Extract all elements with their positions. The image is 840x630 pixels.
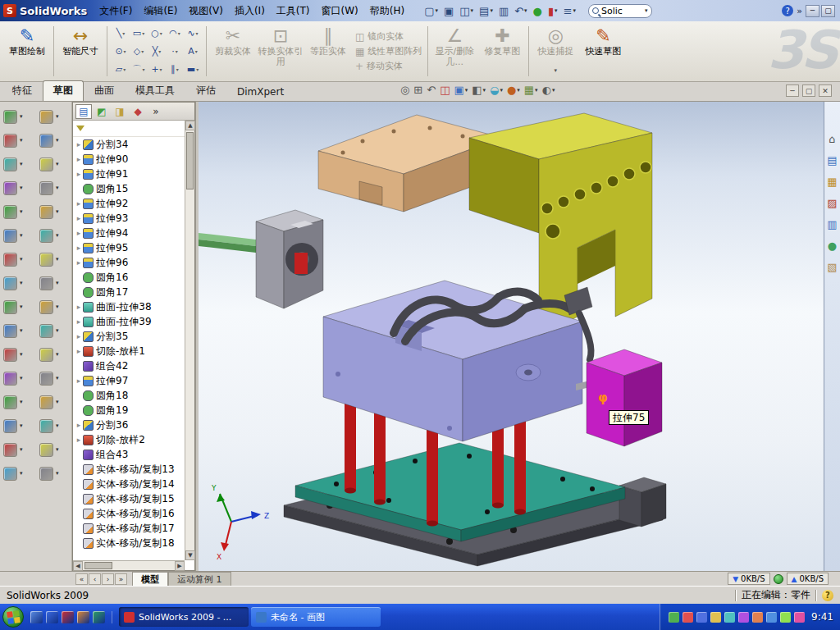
- left-tool-5-button[interactable]: ▾: [3, 156, 39, 172]
- dropdown-arrow-icon[interactable]: ▾: [20, 113, 23, 120]
- polygon-tool-button[interactable]: ◇▾: [130, 43, 148, 61]
- dropdown-arrow-icon[interactable]: ▾: [56, 208, 59, 215]
- dropdown-arrow-icon[interactable]: ▾: [56, 327, 59, 334]
- construction-tool-button[interactable]: +▾: [148, 61, 166, 79]
- undo-button[interactable]: ↶▾: [512, 3, 529, 19]
- tree-item[interactable]: ▸切除-放样2: [73, 432, 185, 447]
- edit-appearance-button[interactable]: ●▾: [507, 84, 520, 96]
- expand-arrow-icon[interactable]: ▸: [75, 199, 83, 208]
- move-entities-button[interactable]: +移动实体: [355, 60, 422, 72]
- internet-explorer-icon[interactable]: [46, 611, 58, 623]
- left-tool-4-button[interactable]: ▾: [39, 132, 75, 148]
- left-tool-27-button[interactable]: ▾: [3, 418, 39, 434]
- left-tool-6-button[interactable]: ▾: [39, 156, 75, 172]
- configurationmanager-tab[interactable]: ◨: [112, 104, 128, 119]
- menu-帮助(H)[interactable]: 帮助(H): [364, 2, 410, 21]
- tree-item[interactable]: 圆角19: [73, 403, 185, 418]
- menu-工具(T)[interactable]: 工具(T): [271, 2, 316, 21]
- scroll-left-icon[interactable]: ◀: [73, 561, 83, 571]
- left-tool-24-button[interactable]: ▾: [39, 370, 75, 386]
- left-tool-21-button[interactable]: ▾: [3, 346, 39, 363]
- left-tool-3-button[interactable]: ▾: [3, 132, 39, 148]
- dropdown-arrow-icon[interactable]: ▾: [56, 422, 59, 429]
- last-tab-button[interactable]: »: [115, 573, 127, 585]
- tree-vertical-scrollbar[interactable]: ▲ ▼: [185, 121, 194, 560]
- media-player-icon[interactable]: [77, 611, 89, 623]
- dropdown-arrow-icon[interactable]: ▾: [56, 256, 59, 262]
- model-robot-arm[interactable]: [199, 233, 256, 253]
- dropdown-arrow-icon[interactable]: ▾: [20, 256, 23, 262]
- dropdown-arrow-icon[interactable]: ▾: [535, 87, 538, 94]
- dropdown-arrow-icon[interactable]: ▾: [196, 30, 199, 36]
- expand-arrow-icon[interactable]: ▸: [75, 155, 83, 163]
- minimize-window-button[interactable]: ─: [806, 5, 819, 17]
- show-desktop-icon[interactable]: [30, 611, 43, 623]
- tree-item[interactable]: 圆角15: [73, 181, 185, 196]
- search-pane-button[interactable]: ▥: [827, 218, 837, 231]
- dropdown-arrow-icon[interactable]: ▾: [20, 327, 23, 334]
- dropdown-arrow-icon[interactable]: ▾: [56, 137, 59, 144]
- dropdown-arrow-icon[interactable]: ▾: [20, 280, 23, 286]
- design-library-button[interactable]: ▦: [827, 176, 837, 188]
- dimxpertmanager-tab[interactable]: ◆: [130, 104, 146, 119]
- dropdown-arrow-icon[interactable]: ▾: [435, 7, 438, 14]
- dropdown-arrow-icon[interactable]: ▾: [471, 7, 474, 14]
- display-style-button[interactable]: ◧▾: [472, 84, 486, 96]
- rectangle-tool-button[interactable]: ▭▾: [130, 25, 148, 43]
- tree-item[interactable]: ▸拉伸96: [73, 255, 185, 270]
- tree-item[interactable]: ▸拉伸90: [73, 152, 185, 167]
- dropdown-arrow-icon[interactable]: ▾: [483, 87, 486, 94]
- tree-item[interactable]: 实体-移动/复制18: [73, 536, 185, 550]
- left-tool-13-button[interactable]: ▾: [3, 251, 39, 267]
- left-tool-20-button[interactable]: ▾: [39, 322, 75, 339]
- expand-arrow-icon[interactable]: ▸: [75, 421, 83, 429]
- appearances-button[interactable]: ▧: [827, 261, 837, 273]
- dropdown-arrow-icon[interactable]: ▾: [141, 48, 144, 54]
- left-tool-18-button[interactable]: ▾: [39, 299, 75, 315]
- display-delete-relations-button[interactable]: ∠显示/删除几...: [431, 23, 478, 80]
- expand-arrow-icon[interactable]: ▸: [75, 170, 83, 178]
- resources-button[interactable]: ▤: [827, 154, 837, 167]
- dropdown-arrow-icon[interactable]: ▾: [500, 87, 503, 94]
- dropdown-arrow-icon[interactable]: ▾: [20, 351, 23, 358]
- tangent-arc-tool-button[interactable]: ⌒▾: [130, 61, 148, 79]
- tray-icon-3[interactable]: [696, 612, 707, 623]
- featuremanager-tab[interactable]: ▤: [75, 104, 92, 119]
- expand-arrow-icon[interactable]: ▸: [75, 377, 83, 385]
- left-tool-2-button[interactable]: ▾: [39, 108, 75, 125]
- new-document-button[interactable]: ▢▾: [422, 3, 441, 19]
- left-tool-9-button[interactable]: ▾: [3, 203, 39, 220]
- dropdown-arrow-icon[interactable]: ▾: [20, 399, 23, 405]
- dropdown-arrow-icon[interactable]: ▾: [573, 7, 577, 14]
- expand-arrow-icon[interactable]: ▸: [75, 229, 83, 237]
- tab-模型[interactable]: 模型: [132, 572, 168, 586]
- dropdown-arrow-icon[interactable]: ▾: [20, 304, 23, 310]
- left-tool-8-button[interactable]: ▾: [39, 180, 75, 196]
- start-button[interactable]: [2, 606, 24, 628]
- left-tool-10-button[interactable]: ▾: [39, 203, 75, 220]
- expand-arrow-icon[interactable]: ▸: [75, 347, 83, 355]
- dropdown-arrow-icon[interactable]: ▾: [56, 232, 59, 239]
- offset-entities-button[interactable]: ∥等距实体: [304, 23, 352, 80]
- propertymanager-tab[interactable]: ◩: [94, 104, 110, 119]
- paint-launcher-icon[interactable]: [93, 611, 105, 623]
- dropdown-arrow-icon[interactable]: ▾: [56, 304, 59, 310]
- dropdown-arrow-icon[interactable]: ▾: [555, 7, 558, 14]
- view-palette-button[interactable]: ●: [828, 240, 837, 252]
- model-insert-block[interactable]: φ: [587, 349, 662, 446]
- dropdown-arrow-icon[interactable]: ▾: [20, 185, 23, 191]
- tree-item[interactable]: ▸曲面-拉伸39: [73, 314, 185, 329]
- quick-snaps-button[interactable]: ◎快速捕捉▾: [532, 23, 579, 80]
- dropdown-arrow-icon[interactable]: ▾: [56, 280, 59, 286]
- dropdown-arrow-icon[interactable]: ▾: [20, 232, 23, 239]
- left-tool-25-button[interactable]: ▾: [3, 394, 39, 410]
- zoom-area-button[interactable]: ⊞: [413, 84, 422, 96]
- left-tool-32-button[interactable]: ▾: [39, 465, 75, 482]
- tree-item[interactable]: ▸拉伸95: [73, 240, 185, 255]
- restore-window-button[interactable]: ▢: [821, 5, 835, 17]
- menu-文件(F)[interactable]: 文件(F): [94, 2, 138, 21]
- left-tool-7-button[interactable]: ▾: [3, 180, 39, 196]
- dropdown-arrow-icon[interactable]: ▾: [56, 351, 59, 358]
- scroll-up-icon[interactable]: ▲: [185, 121, 195, 130]
- dropdown-arrow-icon[interactable]: ▾: [56, 185, 59, 191]
